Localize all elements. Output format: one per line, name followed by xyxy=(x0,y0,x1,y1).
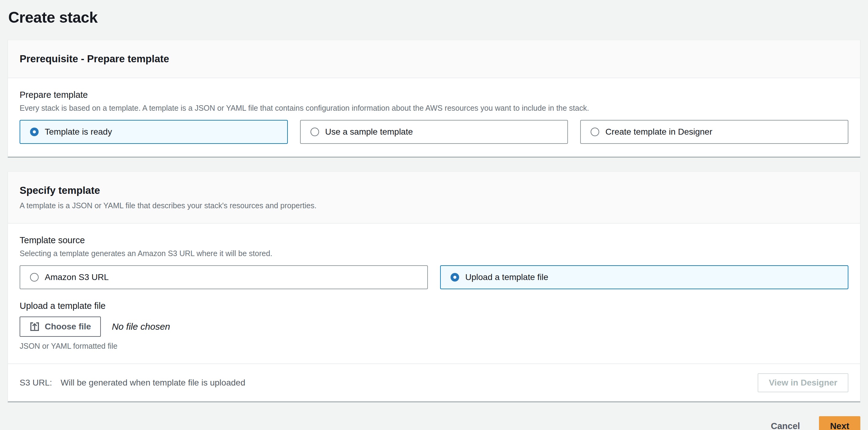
radio-unselected-icon[interactable] xyxy=(310,127,319,136)
radio-unselected-icon[interactable] xyxy=(591,127,599,136)
radio-tile-upload-template-file[interactable]: Upload a template file xyxy=(440,265,848,289)
specify-template-card-footer: S3 URL: Will be generated when template … xyxy=(8,364,860,401)
create-stack-page: Create stack Prerequisite - Prepare temp… xyxy=(0,0,868,430)
prerequisite-card-header: Prerequisite - Prepare template xyxy=(8,40,860,78)
choose-file-row: Choose file No file chosen xyxy=(20,317,848,337)
s3-url-value: Will be generated when template file is … xyxy=(61,378,245,388)
radio-unselected-icon[interactable] xyxy=(30,273,39,282)
choose-file-button[interactable]: Choose file xyxy=(20,317,101,337)
radio-tile-amazon-s3-url[interactable]: Amazon S3 URL xyxy=(20,265,428,289)
specify-template-card-body: Template source Selecting a template gen… xyxy=(8,224,860,364)
template-source-label: Template source xyxy=(20,235,848,246)
radio-tile-label: Upload a template file xyxy=(465,273,548,282)
upload-format-hint: JSON or YAML formatted file xyxy=(20,342,848,350)
radio-selected-icon[interactable] xyxy=(30,127,39,136)
prepare-template-description: Every stack is based on a template. A te… xyxy=(20,104,848,113)
specify-template-card: Specify template A template is a JSON or… xyxy=(8,171,860,402)
view-in-designer-button[interactable]: View in Designer xyxy=(758,373,848,392)
radio-tile-template-is-ready[interactable]: Template is ready xyxy=(20,120,288,144)
file-status-text: No file chosen xyxy=(112,321,170,332)
prerequisite-card-title: Prerequisite - Prepare template xyxy=(20,53,848,65)
specify-template-title: Specify template xyxy=(20,184,848,196)
wizard-actions: Cancel Next xyxy=(8,416,860,430)
page-title: Create stack xyxy=(8,8,860,26)
template-source-description: Selecting a template generates an Amazon… xyxy=(20,249,848,258)
radio-tile-use-sample-template[interactable]: Use a sample template xyxy=(300,120,568,144)
upload-icon xyxy=(29,321,40,332)
s3-url-row: S3 URL: Will be generated when template … xyxy=(20,378,245,388)
template-source-options: Amazon S3 URL Upload a template file xyxy=(20,265,848,289)
prerequisite-card-body: Prepare template Every stack is based on… xyxy=(8,78,860,157)
specify-template-card-header: Specify template A template is a JSON or… xyxy=(8,172,860,224)
choose-file-label: Choose file xyxy=(45,322,91,332)
radio-tile-create-template-in-designer[interactable]: Create template in Designer xyxy=(580,120,848,144)
radio-tile-label: Template is ready xyxy=(45,127,112,137)
upload-template-file-section: Upload a template file Choose file No fi xyxy=(20,301,848,350)
radio-selected-icon[interactable] xyxy=(451,273,459,282)
next-button[interactable]: Next xyxy=(819,416,860,430)
prepare-template-options: Template is ready Use a sample template … xyxy=(20,120,848,144)
upload-template-file-label: Upload a template file xyxy=(20,301,848,311)
specify-template-description: A template is a JSON or YAML file that d… xyxy=(20,201,848,210)
radio-tile-label: Create template in Designer xyxy=(605,127,712,137)
radio-tile-label: Use a sample template xyxy=(325,127,413,137)
prepare-template-label: Prepare template xyxy=(20,90,848,100)
prerequisite-card: Prerequisite - Prepare template Prepare … xyxy=(8,40,860,157)
cancel-button[interactable]: Cancel xyxy=(771,421,800,430)
s3-url-label: S3 URL: xyxy=(20,378,52,388)
radio-tile-label: Amazon S3 URL xyxy=(45,273,109,282)
